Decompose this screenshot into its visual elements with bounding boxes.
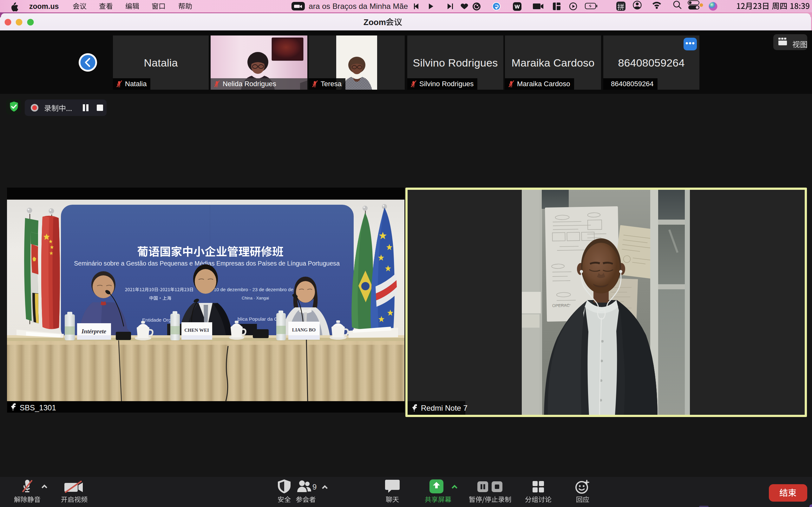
svg-text:9: 9 [312, 483, 316, 491]
svg-text:OPERAC: OPERAC [552, 303, 570, 308]
svg-text:Intérprete: Intérprete [81, 328, 107, 335]
svg-text:blica Popular da Chi: blica Popular da Chi [238, 316, 282, 322]
svg-text:CHEN WEI: CHEN WEI [184, 328, 209, 333]
svg-text:China · Xangai: China · Xangai [242, 296, 269, 300]
svg-text:Zoom: Zoom [363, 17, 386, 27]
svg-text:SBS_1301: SBS_1301 [20, 403, 56, 412]
svg-text:Entidade Orga: Entidade Orga [142, 317, 174, 323]
svg-text:LIANG BO: LIANG BO [292, 327, 316, 332]
svg-text:10 de dezembro - 23 de dezembr: 10 de dezembro - 23 de dezembro de 2021 [214, 287, 305, 292]
